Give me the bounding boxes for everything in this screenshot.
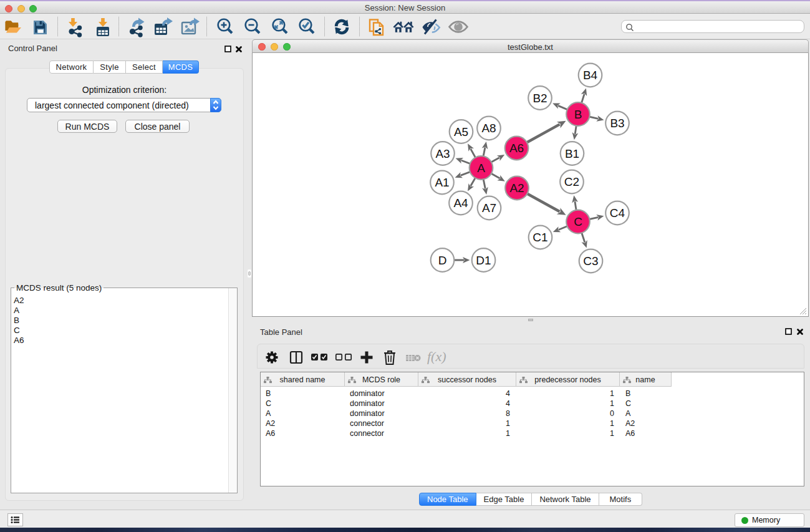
svg-text:D1: D1: [476, 254, 491, 267]
svg-text:A: A: [477, 162, 485, 175]
svg-text:B2: B2: [533, 92, 547, 105]
svg-text:C4: C4: [610, 206, 625, 220]
svg-text:A4: A4: [453, 196, 468, 210]
svg-text:C1: C1: [533, 231, 547, 244]
svg-text:B4: B4: [583, 69, 598, 82]
svg-text:A8: A8: [481, 122, 496, 135]
svg-text:A7: A7: [482, 201, 496, 215]
svg-text:A3: A3: [435, 147, 450, 160]
svg-text:A1: A1: [435, 176, 449, 189]
svg-text:C3: C3: [583, 254, 598, 268]
svg-text:B1: B1: [565, 147, 579, 160]
svg-text:B3: B3: [610, 117, 624, 130]
svg-text:D: D: [438, 254, 447, 267]
svg-text:A5: A5: [454, 125, 468, 138]
svg-text:C2: C2: [564, 175, 579, 188]
svg-text:C: C: [574, 215, 582, 228]
svg-text:B: B: [574, 108, 582, 121]
svg-text:A2: A2: [509, 181, 524, 195]
svg-text:A6: A6: [509, 142, 524, 155]
